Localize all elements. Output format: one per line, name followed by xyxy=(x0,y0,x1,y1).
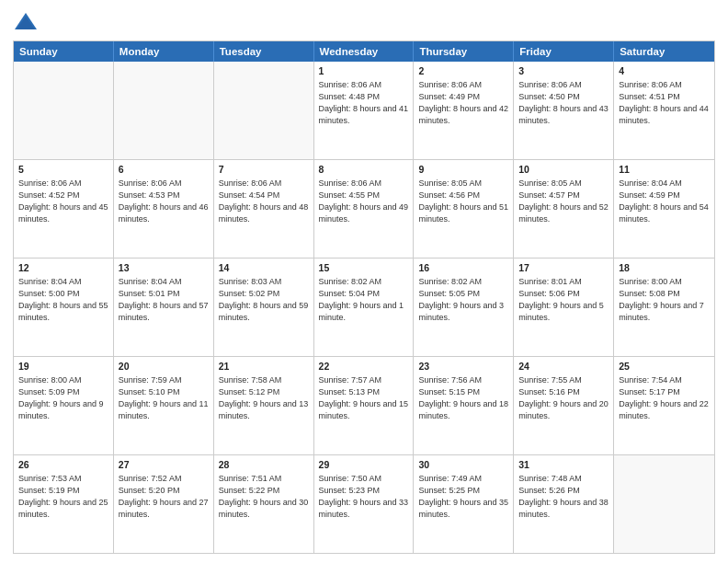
day-cell-14: 14Sunrise: 8:03 AM Sunset: 5:02 PM Dayli… xyxy=(214,259,314,356)
day-number: 25 xyxy=(619,360,710,373)
day-info: Sunrise: 8:04 AM Sunset: 5:01 PM Dayligh… xyxy=(119,277,209,322)
day-cell-22: 22Sunrise: 7:57 AM Sunset: 5:13 PM Dayli… xyxy=(314,357,415,454)
day-info: Sunrise: 8:02 AM Sunset: 5:04 PM Dayligh… xyxy=(319,277,404,322)
day-number: 11 xyxy=(619,163,710,177)
day-cell-19: 19Sunrise: 8:00 AM Sunset: 5:09 PM Dayli… xyxy=(14,357,114,454)
day-cell-2: 2Sunrise: 8:06 AM Sunset: 4:49 PM Daylig… xyxy=(414,62,514,159)
day-info: Sunrise: 8:06 AM Sunset: 4:51 PM Dayligh… xyxy=(619,80,709,125)
day-cell-31: 31Sunrise: 7:48 AM Sunset: 5:26 PM Dayli… xyxy=(514,455,614,553)
day-info: Sunrise: 8:06 AM Sunset: 4:55 PM Dayligh… xyxy=(319,178,409,224)
day-number: 16 xyxy=(418,261,508,275)
day-cell-5: 5Sunrise: 8:06 AM Sunset: 4:52 PM Daylig… xyxy=(14,160,114,258)
day-cell-1: 1Sunrise: 8:06 AM Sunset: 4:48 PM Daylig… xyxy=(314,62,415,159)
day-number: 4 xyxy=(619,64,710,78)
day-info: Sunrise: 8:06 AM Sunset: 4:49 PM Dayligh… xyxy=(418,80,508,125)
header-day-tuesday: Tuesday xyxy=(214,41,314,62)
page: SundayMondayTuesdayWednesdayThursdayFrid… xyxy=(0,0,728,563)
day-cell-16: 16Sunrise: 8:02 AM Sunset: 5:05 PM Dayli… xyxy=(414,259,514,356)
day-number: 9 xyxy=(418,163,508,177)
header-day-monday: Monday xyxy=(114,41,214,62)
day-number: 21 xyxy=(219,360,309,373)
day-cell-3: 3Sunrise: 8:06 AM Sunset: 4:50 PM Daylig… xyxy=(514,62,614,159)
day-info: Sunrise: 7:48 AM Sunset: 5:26 PM Dayligh… xyxy=(518,474,609,519)
day-info: Sunrise: 8:02 AM Sunset: 5:05 PM Dayligh… xyxy=(418,277,504,322)
day-number: 12 xyxy=(18,261,108,275)
day-info: Sunrise: 7:52 AM Sunset: 5:20 PM Dayligh… xyxy=(119,474,209,519)
day-number: 23 xyxy=(418,360,508,373)
day-number: 1 xyxy=(319,64,409,78)
day-info: Sunrise: 8:05 AM Sunset: 4:57 PM Dayligh… xyxy=(518,178,609,224)
day-number: 8 xyxy=(319,163,409,177)
day-cell-30: 30Sunrise: 7:49 AM Sunset: 5:25 PM Dayli… xyxy=(414,455,514,553)
empty-cell xyxy=(614,455,714,553)
day-cell-8: 8Sunrise: 8:06 AM Sunset: 4:55 PM Daylig… xyxy=(314,160,415,258)
day-cell-21: 21Sunrise: 7:58 AM Sunset: 5:12 PM Dayli… xyxy=(214,357,314,454)
day-info: Sunrise: 8:06 AM Sunset: 4:52 PM Dayligh… xyxy=(18,178,108,224)
day-cell-25: 25Sunrise: 7:54 AM Sunset: 5:17 PM Dayli… xyxy=(614,357,714,454)
day-cell-12: 12Sunrise: 8:04 AM Sunset: 5:00 PM Dayli… xyxy=(14,259,114,356)
day-number: 14 xyxy=(219,261,309,275)
day-cell-4: 4Sunrise: 8:06 AM Sunset: 4:51 PM Daylig… xyxy=(614,62,714,159)
calendar-row: 19Sunrise: 8:00 AM Sunset: 5:09 PM Dayli… xyxy=(14,357,714,455)
day-info: Sunrise: 8:00 AM Sunset: 5:09 PM Dayligh… xyxy=(18,375,104,420)
day-info: Sunrise: 8:00 AM Sunset: 5:08 PM Dayligh… xyxy=(619,277,704,322)
calendar-row: 5Sunrise: 8:06 AM Sunset: 4:52 PM Daylig… xyxy=(14,160,714,259)
empty-cell xyxy=(114,62,214,159)
day-info: Sunrise: 7:55 AM Sunset: 5:16 PM Dayligh… xyxy=(518,375,609,420)
day-number: 20 xyxy=(119,360,209,373)
day-info: Sunrise: 7:56 AM Sunset: 5:15 PM Dayligh… xyxy=(418,375,508,420)
calendar: SundayMondayTuesdayWednesdayThursdayFrid… xyxy=(13,40,715,554)
day-cell-28: 28Sunrise: 7:51 AM Sunset: 5:22 PM Dayli… xyxy=(214,455,314,553)
day-info: Sunrise: 7:58 AM Sunset: 5:12 PM Dayligh… xyxy=(219,375,309,420)
day-cell-29: 29Sunrise: 7:50 AM Sunset: 5:23 PM Dayli… xyxy=(314,455,415,553)
day-info: Sunrise: 8:06 AM Sunset: 4:54 PM Dayligh… xyxy=(219,178,309,224)
day-info: Sunrise: 7:53 AM Sunset: 5:19 PM Dayligh… xyxy=(18,474,108,519)
day-info: Sunrise: 8:06 AM Sunset: 4:48 PM Dayligh… xyxy=(319,80,409,125)
day-cell-13: 13Sunrise: 8:04 AM Sunset: 5:01 PM Dayli… xyxy=(114,259,214,356)
day-info: Sunrise: 7:57 AM Sunset: 5:13 PM Dayligh… xyxy=(319,375,409,420)
day-number: 3 xyxy=(518,64,609,78)
day-number: 30 xyxy=(418,458,508,472)
header-day-thursday: Thursday xyxy=(414,41,514,62)
day-info: Sunrise: 8:06 AM Sunset: 4:50 PM Dayligh… xyxy=(518,80,609,125)
day-cell-17: 17Sunrise: 8:01 AM Sunset: 5:06 PM Dayli… xyxy=(514,259,614,356)
empty-cell xyxy=(14,62,114,159)
day-info: Sunrise: 7:50 AM Sunset: 5:23 PM Dayligh… xyxy=(319,474,409,519)
logo-icon xyxy=(13,9,39,35)
day-number: 6 xyxy=(119,163,209,177)
day-info: Sunrise: 8:01 AM Sunset: 5:06 PM Dayligh… xyxy=(518,277,604,322)
calendar-header: SundayMondayTuesdayWednesdayThursdayFrid… xyxy=(14,41,714,62)
header-day-friday: Friday xyxy=(514,41,614,62)
day-cell-10: 10Sunrise: 8:05 AM Sunset: 4:57 PM Dayli… xyxy=(514,160,614,258)
day-cell-11: 11Sunrise: 8:04 AM Sunset: 4:59 PM Dayli… xyxy=(614,160,714,258)
day-number: 22 xyxy=(319,360,409,373)
day-cell-15: 15Sunrise: 8:02 AM Sunset: 5:04 PM Dayli… xyxy=(314,259,415,356)
calendar-row: 26Sunrise: 7:53 AM Sunset: 5:19 PM Dayli… xyxy=(14,455,714,553)
day-number: 2 xyxy=(418,64,508,78)
day-info: Sunrise: 8:04 AM Sunset: 4:59 PM Dayligh… xyxy=(619,178,709,224)
day-info: Sunrise: 8:05 AM Sunset: 4:56 PM Dayligh… xyxy=(418,178,508,224)
day-cell-18: 18Sunrise: 8:00 AM Sunset: 5:08 PM Dayli… xyxy=(614,259,714,356)
day-number: 31 xyxy=(518,458,609,472)
calendar-row: 12Sunrise: 8:04 AM Sunset: 5:00 PM Dayli… xyxy=(14,259,714,357)
day-cell-24: 24Sunrise: 7:55 AM Sunset: 5:16 PM Dayli… xyxy=(514,357,614,454)
day-number: 15 xyxy=(319,261,409,275)
day-number: 17 xyxy=(518,261,609,275)
day-cell-23: 23Sunrise: 7:56 AM Sunset: 5:15 PM Dayli… xyxy=(414,357,514,454)
day-cell-6: 6Sunrise: 8:06 AM Sunset: 4:53 PM Daylig… xyxy=(114,160,214,258)
calendar-body: 1Sunrise: 8:06 AM Sunset: 4:48 PM Daylig… xyxy=(14,62,714,553)
header xyxy=(13,9,715,35)
header-day-sunday: Sunday xyxy=(14,41,114,62)
day-cell-20: 20Sunrise: 7:59 AM Sunset: 5:10 PM Dayli… xyxy=(114,357,214,454)
day-info: Sunrise: 7:51 AM Sunset: 5:22 PM Dayligh… xyxy=(219,474,309,519)
day-cell-27: 27Sunrise: 7:52 AM Sunset: 5:20 PM Dayli… xyxy=(114,455,214,553)
day-number: 26 xyxy=(18,458,108,472)
day-number: 19 xyxy=(18,360,108,373)
day-info: Sunrise: 7:54 AM Sunset: 5:17 PM Dayligh… xyxy=(619,375,709,420)
calendar-row: 1Sunrise: 8:06 AM Sunset: 4:48 PM Daylig… xyxy=(14,62,714,160)
header-day-saturday: Saturday xyxy=(614,41,714,62)
day-info: Sunrise: 8:06 AM Sunset: 4:53 PM Dayligh… xyxy=(119,178,209,224)
day-number: 10 xyxy=(518,163,609,177)
day-info: Sunrise: 8:03 AM Sunset: 5:02 PM Dayligh… xyxy=(219,277,309,322)
day-number: 5 xyxy=(18,163,108,177)
